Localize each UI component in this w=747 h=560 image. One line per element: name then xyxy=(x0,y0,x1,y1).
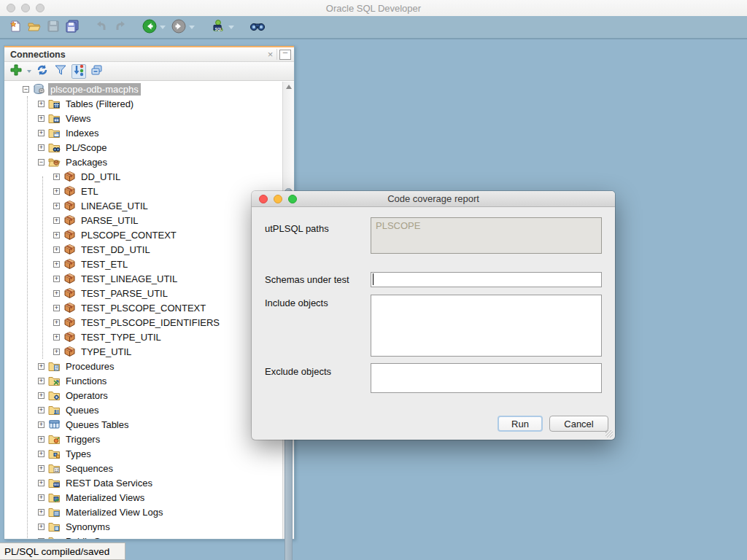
close-panel-icon[interactable]: × xyxy=(264,49,277,60)
expander-icon[interactable]: + xyxy=(53,232,60,238)
resize-grip-icon[interactable] xyxy=(605,430,613,438)
exclude-objects-field[interactable] xyxy=(371,363,602,393)
expander-icon[interactable]: + xyxy=(38,538,44,540)
expander-icon[interactable]: + xyxy=(38,451,44,457)
tree-item-triggers[interactable]: + Triggers xyxy=(4,432,282,446)
tree-item-procedures[interactable]: + Procedures xyxy=(4,359,282,373)
find-button[interactable] xyxy=(249,19,266,35)
tree-item-types[interactable]: + T Types xyxy=(4,446,282,461)
expander-icon[interactable]: + xyxy=(38,407,44,413)
new-file-button[interactable] xyxy=(7,19,23,35)
expander-icon[interactable]: − xyxy=(23,86,29,93)
tree-item-lineage-util[interactable]: + LINEAGE_UTIL xyxy=(4,198,282,213)
folder-synonyms-icon xyxy=(48,521,61,532)
chevron-down-icon[interactable] xyxy=(228,26,234,29)
tree-item-materialized-views[interactable]: + Materialized Views xyxy=(4,490,282,505)
expander-icon[interactable]: + xyxy=(38,144,44,151)
expander-icon[interactable]: + xyxy=(38,494,44,501)
dialog-titlebar[interactable]: Code coverage report xyxy=(252,191,615,207)
expander-icon[interactable]: + xyxy=(38,480,44,486)
include-objects-field[interactable] xyxy=(371,295,602,357)
schemas-under-test-input[interactable] xyxy=(371,272,602,287)
expander-icon[interactable]: + xyxy=(38,421,44,428)
expander-icon[interactable]: − xyxy=(38,159,44,166)
scroll-up-icon[interactable] xyxy=(286,85,292,89)
tree-item-rest-data-services[interactable]: + REST REST Data Services xyxy=(4,475,282,490)
connections-panel-header[interactable]: Connections × ─ xyxy=(4,46,294,62)
tree-item-packages[interactable]: − Packages xyxy=(4,155,282,169)
tree-item-queues-tables[interactable]: + Queues Tables xyxy=(4,417,282,432)
expander-icon[interactable]: + xyxy=(38,363,44,370)
tree-item-test-lineage-util[interactable]: + TEST_LINEAGE_UTIL xyxy=(4,271,282,286)
tree-item-pl-scope[interactable]: + PL/Scope xyxy=(4,140,282,155)
tree-item-label: Indexes xyxy=(63,127,101,139)
tree-item-views[interactable]: + Views xyxy=(4,111,282,125)
tree-item-sequences[interactable]: + 12 Sequences xyxy=(4,461,282,475)
tree-item-plscope-odb-macphs[interactable]: − plscope-odb-macphs xyxy=(4,82,282,96)
package-icon xyxy=(63,171,76,182)
package-icon xyxy=(63,214,76,226)
open-folder-button[interactable] xyxy=(26,19,42,35)
back-button[interactable] xyxy=(142,19,158,35)
tree-item-public-synonyms[interactable]: + Public Synonyms xyxy=(4,534,282,539)
status-message: PL/SQL compiled/saved xyxy=(0,542,125,560)
expander-icon[interactable]: + xyxy=(53,188,60,195)
tree-item-test-plscope-identifiers[interactable]: + TEST_PLSCOPE_IDENTIFIERS xyxy=(4,315,282,330)
add-connection-button[interactable] xyxy=(9,64,23,79)
tree-item-test-plscope-context[interactable]: + TEST_PLSCOPE_CONTEXT xyxy=(4,300,282,315)
expander-icon[interactable]: + xyxy=(38,378,44,384)
tree-item-test-type-util[interactable]: + TEST_TYPE_UTIL xyxy=(4,330,282,344)
expander-icon[interactable]: + xyxy=(38,130,44,136)
expander-icon[interactable]: + xyxy=(53,290,60,297)
cancel-button[interactable]: Cancel xyxy=(549,416,608,432)
tree-item-materialized-view-logs[interactable]: + Materialized View Logs xyxy=(4,505,282,519)
expander-icon[interactable]: + xyxy=(53,174,60,180)
sort-button[interactable] xyxy=(71,64,86,79)
collapse-all-button[interactable] xyxy=(90,64,104,79)
tree-item-indexes[interactable]: + Indexes xyxy=(4,125,282,140)
tree-item-queues[interactable]: + Queues xyxy=(4,402,282,417)
expander-icon[interactable]: + xyxy=(53,261,60,268)
tree-item-parse-util[interactable]: + PARSE_UTIL xyxy=(4,213,282,228)
tree-item-test-dd-util[interactable]: + TEST_DD_UTIL xyxy=(4,242,282,257)
expander-icon[interactable]: + xyxy=(53,305,60,311)
expander-icon[interactable]: + xyxy=(38,392,44,399)
tree-item-test-parse-util[interactable]: + TEST_PARSE_UTIL xyxy=(4,286,282,300)
tree-item-synonyms[interactable]: + Synonyms xyxy=(4,519,282,534)
run-button[interactable]: Run xyxy=(498,416,543,432)
tree-item-functions[interactable]: + Functions xyxy=(4,373,282,388)
chevron-down-icon[interactable] xyxy=(189,26,195,29)
expander-icon[interactable]: + xyxy=(38,509,44,516)
expander-icon[interactable]: + xyxy=(38,101,44,107)
forward-button[interactable] xyxy=(171,19,187,35)
expander-icon[interactable]: + xyxy=(53,319,60,326)
expander-icon[interactable]: + xyxy=(53,203,60,209)
expander-icon[interactable]: + xyxy=(38,465,44,472)
expander-icon[interactable]: + xyxy=(53,217,60,224)
expander-icon[interactable]: + xyxy=(38,115,44,122)
add-connection-icon xyxy=(9,63,23,79)
tree-item-label: TEST_PARSE_UTIL xyxy=(79,287,170,300)
chevron-down-icon[interactable] xyxy=(160,26,166,29)
expander-icon[interactable]: + xyxy=(53,276,60,282)
minimize-panel-icon[interactable]: ─ xyxy=(279,50,291,60)
tree-item-test-etl[interactable]: + TEST_ETL xyxy=(4,257,282,271)
save-all-button[interactable] xyxy=(64,19,80,35)
sql-worksheet-button[interactable]: SQL xyxy=(210,19,226,35)
tree-item-operators[interactable]: + Operators xyxy=(4,388,282,402)
expander-icon[interactable]: + xyxy=(53,349,60,355)
expander-icon[interactable]: + xyxy=(53,246,60,253)
tree-item-dd-util[interactable]: + DD_UTIL xyxy=(4,169,282,184)
tree-item-etl[interactable]: + ETL xyxy=(4,184,282,198)
connections-tree: − plscope-odb-macphs + Tables (Filtered)… xyxy=(4,82,282,539)
tree-item-tables-filtered[interactable]: + Tables (Filtered) xyxy=(4,96,282,111)
tree-item-plscope-context[interactable]: + PLSCOPE_CONTEXT xyxy=(4,228,282,242)
tree-item-type-util[interactable]: + TYPE_UTIL xyxy=(4,344,282,359)
expander-icon[interactable]: + xyxy=(38,436,44,443)
chevron-down-icon[interactable] xyxy=(27,70,31,73)
expander-icon[interactable]: + xyxy=(53,334,60,341)
expander-icon[interactable]: + xyxy=(38,524,44,530)
filter-button[interactable] xyxy=(53,64,68,79)
refresh-button[interactable] xyxy=(35,64,50,79)
tree-item-label: Materialized View Logs xyxy=(63,506,165,518)
